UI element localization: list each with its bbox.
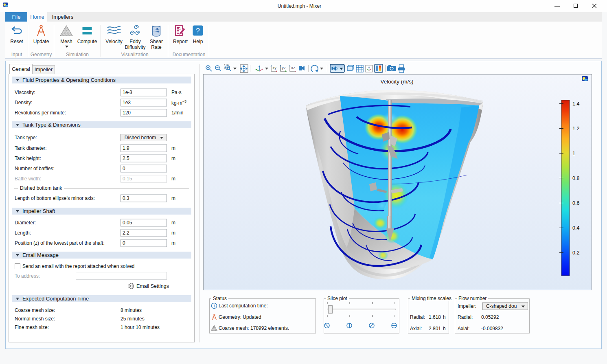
svg-text:?: ?: [196, 27, 200, 35]
svg-text:xy: xy: [272, 66, 276, 70]
svg-text:Velocity (m/s): Velocity (m/s): [380, 79, 413, 85]
svg-text:xz: xz: [291, 66, 295, 70]
svg-text:0.4: 0.4: [572, 225, 579, 231]
svg-text:1.2: 1.2: [572, 126, 579, 132]
svg-text:0.2: 0.2: [572, 250, 579, 256]
svg-text:0.8: 0.8: [572, 175, 579, 181]
svg-text:1: 1: [572, 151, 575, 156]
svg-text:i: i: [214, 304, 215, 308]
svg-text:yz: yz: [282, 66, 286, 70]
svg-text:1.4: 1.4: [572, 101, 579, 107]
svg-text:0.6: 0.6: [572, 200, 579, 206]
